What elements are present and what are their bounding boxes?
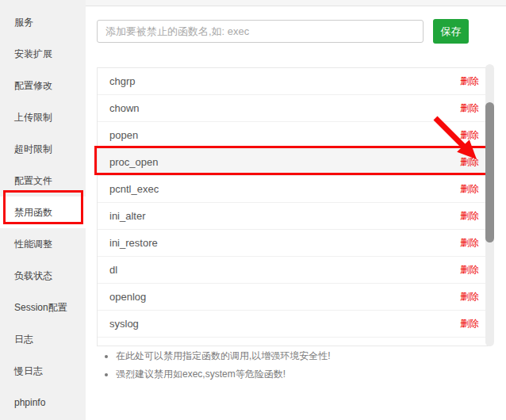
add-function-input[interactable]	[97, 20, 424, 43]
function-name: syslog	[109, 318, 139, 330]
sidebar-item[interactable]: 配置修改	[0, 70, 86, 101]
note-item: 强烈建议禁用如exec,system等危险函数!	[116, 365, 483, 384]
note-item: 在此处可以禁用指定函数的调用,以增强环境安全性!	[116, 347, 483, 365]
sidebar-item[interactable]: 安装扩展	[0, 38, 86, 70]
function-name: openlog	[109, 291, 146, 303]
delete-link[interactable]: 删除	[460, 290, 479, 304]
delete-link[interactable]: 删除	[460, 101, 479, 115]
function-row: ini_restore删除	[98, 230, 490, 257]
sidebar-item[interactable]: Session配置	[0, 292, 86, 323]
save-button[interactable]: 保存	[433, 19, 469, 44]
delete-link[interactable]: 删除	[460, 74, 479, 88]
function-row: popen删除	[98, 122, 490, 149]
function-name: proc_open	[109, 156, 158, 168]
function-name: ini_restore	[109, 237, 158, 249]
notes: 在此处可以禁用指定函数的调用,以增强环境安全性!强烈建议禁用如exec,syst…	[102, 347, 483, 384]
function-list: chgrp删除chown删除popen删除proc_open删除pcntl_ex…	[97, 67, 491, 346]
sidebar-item[interactable]: 禁用函数	[0, 197, 86, 228]
delete-link[interactable]: 删除	[460, 236, 479, 250]
function-name: popen	[109, 129, 138, 141]
function-row: proc_open删除	[98, 149, 490, 176]
delete-link[interactable]: 删除	[460, 209, 479, 223]
delete-link[interactable]: 删除	[460, 128, 479, 142]
function-row: pcntl_exec删除	[98, 176, 490, 203]
sidebar-item[interactable]: 性能调整	[0, 228, 86, 260]
function-name: chown	[109, 102, 140, 114]
delete-link[interactable]: 删除	[460, 317, 479, 330]
function-row: dl删除	[98, 257, 490, 284]
notes-list: 在此处可以禁用指定函数的调用,以增强环境安全性!强烈建议禁用如exec,syst…	[102, 347, 483, 384]
sidebar-item[interactable]: 配置文件	[0, 165, 86, 197]
sidebar-item[interactable]: 服务	[0, 6, 86, 38]
sidebar-item[interactable]: 负载状态	[0, 260, 86, 292]
delete-link[interactable]: 删除	[460, 155, 479, 169]
sidebar-item[interactable]: 上传限制	[0, 101, 86, 133]
function-row: ini_alter删除	[98, 203, 490, 230]
sidebar: 服务安装扩展配置修改上传限制超时限制配置文件禁用函数性能调整负载状态Sessio…	[0, 0, 86, 420]
function-name: chgrp	[109, 75, 136, 87]
function-row: chown删除	[98, 95, 490, 122]
delete-link[interactable]: 删除	[460, 263, 479, 277]
sidebar-item[interactable]: phpinfo	[0, 387, 86, 418]
function-name: pcntl_exec	[109, 183, 159, 195]
sidebar-item[interactable]: 慢日志	[0, 355, 86, 387]
function-name: dl	[109, 264, 117, 276]
function-name: ini_alter	[109, 210, 146, 222]
dialog-header-edge	[86, 0, 506, 6]
function-row: syslog删除	[98, 311, 490, 338]
sidebar-item[interactable]: 超时限制	[0, 133, 86, 165]
sidebar-item[interactable]: 日志	[0, 323, 86, 355]
function-row: openlog删除	[98, 284, 490, 311]
scrollbar-thumb[interactable]	[485, 102, 494, 242]
function-row: chgrp删除	[98, 68, 490, 95]
delete-link[interactable]: 删除	[460, 182, 479, 196]
